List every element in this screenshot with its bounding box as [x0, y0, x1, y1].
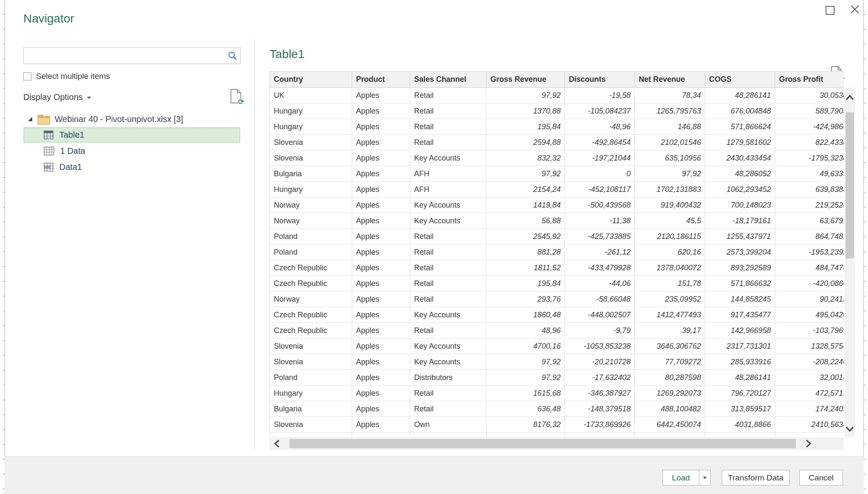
table-cell: Retail	[410, 88, 487, 103]
table-cell: 97,92	[487, 354, 565, 370]
chevron-down-icon	[703, 477, 707, 479]
table-cell: 832,32	[487, 150, 565, 166]
table-cell: Poland	[270, 244, 352, 260]
table-cell: Retail	[410, 401, 487, 417]
table-cell: -148,379518	[565, 401, 635, 417]
select-multiple-checkbox[interactable]	[23, 72, 31, 80]
scroll-down-icon[interactable]	[846, 426, 854, 432]
table-cell: 77,709272	[635, 354, 705, 370]
table-cell: -424,986624	[775, 119, 844, 135]
table-cell: 1615,68	[487, 386, 565, 401]
worksheet-icon	[44, 147, 54, 155]
tree-item-data1[interactable]: Data1	[23, 159, 240, 175]
table-cell: Retail	[410, 229, 487, 244]
select-multiple-row: Select multiple items	[23, 72, 110, 81]
load-button[interactable]: Load	[662, 470, 699, 486]
table-cell: 796,720127	[705, 386, 775, 401]
table-row: PolandApplesDistributors97,92-17,6324028…	[270, 370, 844, 386]
table-cell: 97,92	[487, 166, 565, 182]
right-window-edge	[863, 0, 868, 494]
table-row: HungaryApplesRetail195,84-48,96146,88571…	[270, 119, 844, 135]
table-cell: Apples	[352, 291, 410, 307]
table-cell: UK	[270, 88, 352, 103]
table-cell: 571,866632	[705, 276, 775, 291]
panel-divider	[254, 39, 255, 450]
tree-item-1-data[interactable]: 1 Data	[23, 143, 240, 159]
vertical-scrollbar[interactable]	[845, 88, 855, 437]
table-cell: -20,210728	[565, 354, 635, 370]
table-cell: 48,286052	[705, 166, 775, 182]
table-row: BulgariaApplesAFH97,92097,9248,28605249,…	[270, 166, 844, 182]
tree-item-table1[interactable]: Table1	[23, 127, 240, 143]
vertical-scrollbar-thumb[interactable]	[846, 112, 854, 258]
table-cell: -105,084237	[565, 103, 635, 119]
scroll-right-icon[interactable]	[806, 439, 812, 448]
search-icon[interactable]	[228, 51, 237, 62]
display-options-dropdown[interactable]: Display Options	[23, 92, 91, 103]
table-row: NorwayApplesKey Accounts1419,84-500,4395…	[270, 197, 844, 213]
table-cell: 48,286141	[705, 370, 775, 386]
table-cell: -261,12	[565, 244, 635, 260]
table-cell: 97,92	[487, 88, 565, 103]
table-cell: -346,387927	[565, 386, 635, 401]
transform-data-button[interactable]: Transform Data	[722, 470, 790, 486]
cancel-button[interactable]: Cancel	[799, 470, 843, 486]
table-cell: 195,84	[487, 276, 565, 291]
table-cell: Slovenia	[270, 417, 352, 433]
table-cell: Slovenia	[270, 150, 352, 166]
search-box	[23, 47, 241, 64]
table-cell: -1733,869926	[565, 417, 635, 433]
tree-item-label: 1 Data	[60, 146, 85, 156]
search-input[interactable]	[26, 49, 223, 62]
table-cell: 620,16	[635, 244, 705, 260]
table-cell: 56,88	[487, 213, 565, 229]
table-cell: 881,28	[487, 244, 565, 260]
close-button[interactable]	[849, 4, 860, 15]
table-cell: 2573,399204	[705, 244, 775, 260]
table-cell: -448,002507	[565, 307, 635, 323]
table-cell: 6442,450074	[635, 417, 705, 433]
table-cell: Norway	[270, 291, 352, 307]
scroll-up-icon[interactable]	[846, 94, 854, 100]
table-cell: Apples	[352, 197, 410, 213]
table-range-icon	[44, 163, 53, 172]
table-cell: 235,09952	[635, 291, 705, 307]
table-cell: 2317,731301	[705, 339, 775, 354]
table-cell: 151,78	[635, 276, 705, 291]
table-cell: 146,88	[635, 119, 705, 135]
table-cell: Czech Republic	[270, 276, 352, 291]
table-cell: 1328,575461	[775, 339, 844, 354]
table-cell: 893,292589	[705, 260, 775, 276]
table-cell: Retail	[410, 323, 487, 339]
table-row: NorwayApplesRetail293,76-58,66048235,099…	[270, 291, 844, 307]
horizontal-scrollbar-thumb[interactable]	[289, 439, 796, 448]
table-cell: 1279,581602	[705, 135, 775, 150]
table-cell: Hungary	[270, 103, 352, 119]
table-cell: AFH	[410, 182, 487, 197]
table-cell: 2594,88	[487, 135, 565, 150]
table-cell: Key Accounts	[410, 213, 487, 229]
table-cell: Apples	[352, 354, 410, 370]
table-cell: 63,679161	[775, 213, 844, 229]
table-cell: 1062,293452	[705, 182, 775, 197]
folder-icon	[38, 115, 49, 124]
maximize-button[interactable]	[826, 6, 835, 15]
tree-folder-row[interactable]: Webinar 40 - Pivot-unpivot.xlsx [3]	[28, 113, 183, 125]
load-dropdown-button[interactable]	[699, 470, 711, 486]
table-cell: 1811,52	[487, 260, 565, 276]
table-cell: Czech Republic	[270, 307, 352, 323]
table-cell: -48,96	[565, 119, 635, 135]
table-cell: 174,240965	[775, 401, 844, 417]
table-cell: -452,108117	[565, 182, 635, 197]
table-cell: 1412,477493	[635, 307, 705, 323]
table-row: SloveniaApplesRetail2594,88-492,86454210…	[270, 135, 844, 150]
horizontal-scrollbar[interactable]	[270, 437, 844, 450]
tree-item-label: Data1	[59, 162, 82, 172]
preview-title: Table1	[270, 47, 305, 61]
table-cell: Norway	[270, 213, 352, 229]
table-row: HungaryApplesAFH2154,24-452,1081171702,1…	[270, 182, 844, 197]
refresh-sources-button[interactable]: ⟳	[230, 89, 243, 104]
scroll-left-icon[interactable]	[274, 439, 280, 448]
table-cell: Norway	[270, 197, 352, 213]
table-cell: Retail	[410, 119, 487, 135]
